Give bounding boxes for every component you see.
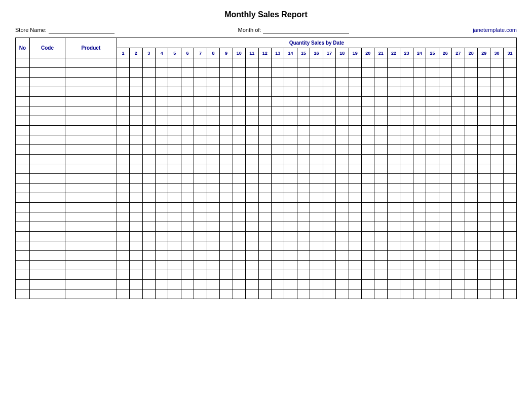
cell-day-2 (130, 241, 142, 251)
cell-day-24 (413, 241, 426, 251)
cell-no (16, 78, 30, 87)
cell-day-20 (362, 116, 374, 126)
cell-day-25 (426, 203, 439, 212)
cell-day-18 (336, 241, 349, 251)
cell-day-6 (181, 280, 194, 289)
cell-day-3 (142, 289, 155, 299)
cell-day-23 (400, 116, 413, 126)
header-row-top: No Code Product Quantity Sales by Date (16, 38, 517, 48)
cell-day-9 (220, 135, 233, 145)
col-header-no: No (16, 38, 30, 58)
cell-day-15 (297, 145, 310, 155)
cell-day-29 (477, 184, 490, 193)
cell-code (29, 145, 65, 155)
cell-day-24 (413, 222, 426, 232)
cell-no (16, 251, 30, 261)
cell-no (16, 174, 30, 184)
cell-day-28 (465, 289, 477, 299)
cell-day-2 (130, 193, 142, 203)
cell-day-1 (117, 126, 129, 135)
cell-day-22 (387, 184, 400, 193)
meta-left: Store Name: (15, 26, 115, 33)
cell-day-3 (142, 106, 155, 116)
cell-day-17 (323, 270, 335, 280)
cell-code (29, 87, 65, 97)
cell-code (29, 135, 65, 145)
cell-day-18 (336, 270, 349, 280)
table-row (16, 97, 517, 106)
cell-day-24 (413, 174, 426, 184)
cell-day-23 (400, 261, 413, 270)
cell-day-24 (413, 203, 426, 212)
cell-day-19 (349, 280, 361, 289)
cell-day-15 (297, 193, 310, 203)
cell-day-6 (181, 155, 194, 164)
cell-day-3 (142, 280, 155, 289)
cell-day-28 (465, 58, 477, 68)
cell-day-27 (452, 241, 465, 251)
cell-day-19 (349, 270, 361, 280)
cell-day-19 (349, 126, 361, 135)
cell-day-11 (246, 97, 258, 106)
cell-day-19 (349, 289, 361, 299)
cell-day-16 (310, 87, 323, 97)
cell-day-12 (258, 280, 271, 289)
cell-day-20 (362, 280, 374, 289)
cell-day-28 (465, 164, 477, 174)
cell-day-3 (142, 68, 155, 78)
cell-day-22 (387, 289, 400, 299)
cell-day-5 (168, 251, 181, 261)
cell-day-23 (400, 145, 413, 155)
day-19: 19 (349, 48, 361, 58)
cell-no (16, 106, 30, 116)
cell-day-4 (156, 203, 168, 212)
cell-day-14 (284, 212, 297, 222)
cell-day-29 (477, 164, 490, 174)
cell-day-25 (426, 289, 439, 299)
cell-day-3 (142, 164, 155, 174)
cell-day-9 (220, 222, 233, 232)
cell-day-31 (503, 193, 516, 203)
cell-day-22 (387, 203, 400, 212)
cell-day-30 (490, 193, 503, 203)
cell-day-30 (490, 106, 503, 116)
cell-day-20 (362, 68, 374, 78)
cell-code (29, 116, 65, 126)
cell-day-31 (503, 145, 516, 155)
day-11: 11 (246, 48, 258, 58)
cell-day-29 (477, 174, 490, 184)
cell-day-2 (130, 164, 142, 174)
cell-day-18 (336, 222, 349, 232)
cell-day-28 (465, 261, 477, 270)
cell-day-2 (130, 78, 142, 87)
cell-day-24 (413, 106, 426, 116)
cell-product (65, 232, 117, 241)
cell-day-28 (465, 193, 477, 203)
cell-day-7 (194, 174, 207, 184)
cell-day-13 (271, 106, 284, 116)
cell-day-15 (297, 232, 310, 241)
cell-day-24 (413, 97, 426, 106)
cell-day-15 (297, 270, 310, 280)
cell-day-27 (452, 164, 465, 174)
cell-day-23 (400, 203, 413, 212)
cell-day-21 (374, 116, 387, 126)
cell-day-15 (297, 78, 310, 87)
cell-day-5 (168, 241, 181, 251)
page: Monthly Sales Report Store Name: Month o… (0, 0, 532, 400)
cell-day-12 (258, 174, 271, 184)
cell-day-15 (297, 203, 310, 212)
cell-day-20 (362, 97, 374, 106)
cell-day-4 (156, 241, 168, 251)
cell-day-31 (503, 241, 516, 251)
day-15: 15 (297, 48, 310, 58)
cell-day-3 (142, 270, 155, 280)
cell-day-6 (181, 116, 194, 126)
cell-day-18 (336, 87, 349, 97)
cell-day-26 (439, 241, 451, 251)
cell-day-11 (246, 212, 258, 222)
cell-day-11 (246, 289, 258, 299)
cell-day-6 (181, 164, 194, 174)
table-container: No Code Product Quantity Sales by Date 1… (15, 38, 517, 390)
cell-day-1 (117, 289, 129, 299)
